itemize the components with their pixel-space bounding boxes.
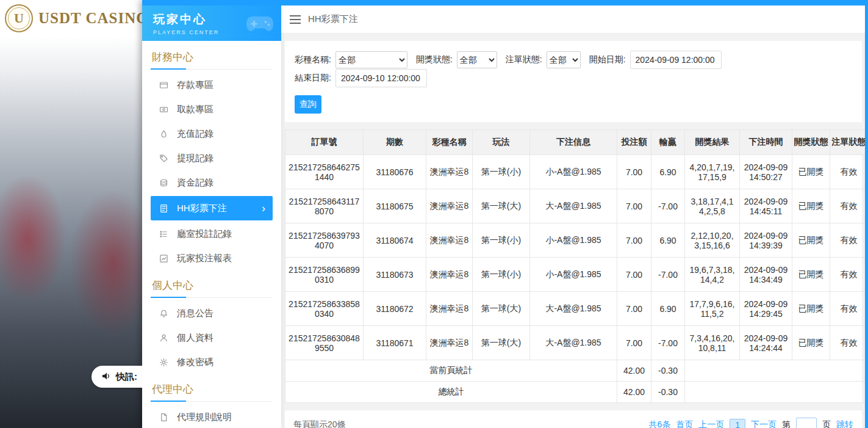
jump-button[interactable]: 跳转 bbox=[836, 419, 853, 428]
sidebar-item-change-password[interactable]: 修改密碼 bbox=[151, 350, 273, 374]
end-date-label: 結束日期: bbox=[295, 73, 331, 84]
lottery-select[interactable]: 全部 bbox=[335, 51, 407, 68]
sidebar-item-announcements[interactable]: 消息公告 bbox=[151, 301, 273, 325]
first-page-link[interactable]: 首页 bbox=[676, 419, 693, 428]
bets-table: 訂單號 期數 彩種名稱 玩法 下注信息 投注額 輸贏 開獎結果 下注時間 開獎狀… bbox=[285, 129, 865, 403]
cell-amount: 7.00 bbox=[617, 292, 651, 326]
summary-page-empty bbox=[685, 360, 866, 382]
order-status-select[interactable]: 全部 bbox=[547, 51, 581, 68]
cell-draw-status: 已開獎 bbox=[792, 189, 830, 223]
filter-row: 彩種名稱: 全部 開獎狀態: 全部 注單狀態: 全 bbox=[295, 51, 852, 87]
col-result: 開獎結果 bbox=[685, 130, 740, 155]
lottery-label: 彩種名稱: bbox=[295, 54, 331, 65]
sidebar-item-recharge-records[interactable]: 充值記錄 bbox=[151, 122, 273, 146]
cell-order-status: 有效 bbox=[830, 189, 866, 223]
casino-logo[interactable]: U USDT CASINO bbox=[5, 4, 149, 32]
draw-status-select[interactable]: 全部 bbox=[457, 51, 497, 68]
sidebar-item-player-bet-report[interactable]: 玩家投注報表 bbox=[151, 246, 273, 270]
cell-result: 17,7,9,6,16,11,5,2 bbox=[685, 292, 740, 326]
main-content: HH彩票下注 彩種名稱: 全部 開獎狀態: 全部 bbox=[281, 5, 865, 428]
prev-page-link[interactable]: 上一页 bbox=[698, 419, 724, 428]
sidebar-item-withdraw[interactable]: 取款專區 bbox=[151, 97, 273, 122]
cell-bet-time: 2024-09-09 14:34:49 bbox=[740, 258, 792, 292]
lottery-bet-icon bbox=[159, 204, 169, 213]
cell-win-loss: 6.90 bbox=[651, 155, 685, 189]
sidebar-item-profile[interactable]: 個人資料 bbox=[151, 325, 273, 350]
news-ticker[interactable]: 快訊: bbox=[91, 366, 149, 388]
jump-suffix: 页 bbox=[822, 419, 831, 428]
table-row: 2152172586368990310 31180673 澳洲幸运8 第一球(小… bbox=[285, 258, 866, 292]
start-date-input[interactable] bbox=[630, 51, 722, 69]
cell-order-no: 2152172586462751440 bbox=[285, 155, 364, 189]
cell-lottery: 澳洲幸运8 bbox=[426, 326, 473, 360]
cell-draw-status: 已開獎 bbox=[792, 326, 830, 360]
jump-page-input[interactable] bbox=[796, 418, 817, 428]
cell-period: 31180673 bbox=[364, 258, 426, 292]
sidebar-item-label: 個人資料 bbox=[177, 332, 213, 344]
summary-total-amount: 42.00 bbox=[617, 382, 651, 403]
gamepad-icon bbox=[246, 13, 274, 35]
bell-icon bbox=[159, 309, 169, 318]
cell-win-loss: 6.90 bbox=[651, 223, 685, 258]
table-row: 2152172586338580340 31180672 澳洲幸运8 第一球(大… bbox=[285, 292, 866, 326]
page-size-text: 每頁顯示20條 bbox=[293, 419, 346, 428]
sidebar-item-agent-rules[interactable]: 代理規則說明 bbox=[151, 405, 273, 428]
user-icon bbox=[159, 333, 169, 343]
pagination-bar: 每頁顯示20條 共6条 首页 上一页 1 下一页 第 页 跳转 bbox=[285, 410, 862, 428]
query-button[interactable]: 查詢 bbox=[295, 95, 321, 114]
draw-status-label: 開獎狀態: bbox=[416, 54, 453, 65]
sidebar-item-label: HH彩票下注 bbox=[177, 203, 227, 214]
section-title-agent: 代理中心 bbox=[151, 374, 273, 402]
cell-lottery: 澳洲幸运8 bbox=[426, 223, 473, 258]
logo-letter: U bbox=[14, 10, 24, 26]
cell-result: 19,6,7,3,18,14,4,2 bbox=[685, 258, 740, 292]
col-bet-time: 下注時間 bbox=[740, 130, 792, 155]
sidebar-item-deposit[interactable]: 存款專區 bbox=[151, 73, 273, 97]
cell-order-no: 2152172586431178070 bbox=[285, 189, 364, 223]
current-page-badge[interactable]: 1 bbox=[730, 419, 745, 428]
end-date-input[interactable] bbox=[335, 69, 427, 87]
sidebar-item-label: 資金記錄 bbox=[177, 177, 213, 189]
table-row: 2152172586431178070 31180675 澳洲幸运8 第一球(大… bbox=[285, 189, 866, 223]
filter-draw-status: 開獎狀態: 全部 bbox=[416, 51, 497, 68]
cell-amount: 7.00 bbox=[617, 326, 651, 360]
deposit-icon bbox=[159, 81, 169, 90]
table-row: 2152172586308489550 31180671 澳洲幸运8 第一球(大… bbox=[285, 326, 866, 360]
start-date-label: 開始日期: bbox=[589, 54, 626, 65]
cell-result: 4,20,1,7,19,17,15,9 bbox=[685, 155, 740, 189]
cell-order-status: 有效 bbox=[830, 326, 866, 360]
casino-logo-emblem: U bbox=[5, 4, 33, 32]
sidebar-item-label: 廳室投註記錄 bbox=[177, 228, 232, 240]
sidebar-item-hh-lottery-bets[interactable]: HH彩票下注 › bbox=[151, 196, 273, 220]
funds-record-icon bbox=[159, 178, 169, 187]
cell-win-loss: 6.90 bbox=[651, 292, 685, 326]
cell-period: 31180672 bbox=[364, 292, 426, 326]
players-center-overlay: 玩家中心 PLAYERS CENTER 財務中心 存款專區 取款專區 bbox=[142, 0, 868, 428]
sidebar-item-room-bet-records[interactable]: 廳室投註記錄 bbox=[151, 222, 273, 246]
cell-bet-time: 2024-09-09 14:39:39 bbox=[740, 223, 792, 258]
col-play: 玩法 bbox=[473, 130, 530, 155]
filter-order-status: 注單狀態: 全部 bbox=[506, 51, 581, 68]
sidebar-item-withdrawal-records[interactable]: 提現記錄 bbox=[151, 146, 273, 170]
sidebar-item-funds-records[interactable]: 資金記錄 bbox=[151, 170, 273, 195]
menu-icon[interactable] bbox=[290, 15, 301, 24]
filter-lottery: 彩種名稱: 全部 bbox=[295, 51, 407, 68]
col-lottery: 彩種名稱 bbox=[426, 130, 473, 155]
cell-order-no: 2152172586338580340 bbox=[285, 292, 364, 326]
cell-order-status: 有效 bbox=[830, 292, 866, 326]
cell-lottery: 澳洲幸运8 bbox=[426, 258, 473, 292]
top-blue-strip bbox=[142, 0, 868, 5]
breadcrumb-bar: HH彩票下注 bbox=[281, 5, 865, 34]
screen: U USDT CASINO 快訊: 玩家中心 PLAYERS CENTER bbox=[0, 0, 868, 428]
cell-order-status: 有效 bbox=[830, 155, 866, 189]
cell-bet-time: 2024-09-09 14:50:27 bbox=[740, 155, 792, 189]
cell-order-no: 2152172586308489550 bbox=[285, 326, 364, 360]
cell-period: 31180676 bbox=[364, 155, 426, 189]
cell-play: 第一球(大) bbox=[473, 292, 530, 326]
cell-play: 第一球(小) bbox=[473, 223, 530, 258]
pagination-controls: 共6条 首页 上一页 1 下一页 第 页 跳转 bbox=[648, 418, 853, 428]
next-page-link[interactable]: 下一页 bbox=[751, 419, 777, 428]
table-row: 2152172586462751440 31180676 澳洲幸运8 第一球(小… bbox=[285, 155, 866, 189]
sidebar-menu: 財務中心 存款專區 取款專區 充值記錄 提現記錄 bbox=[142, 41, 281, 428]
section-title-personal: 個人中心 bbox=[151, 270, 273, 298]
